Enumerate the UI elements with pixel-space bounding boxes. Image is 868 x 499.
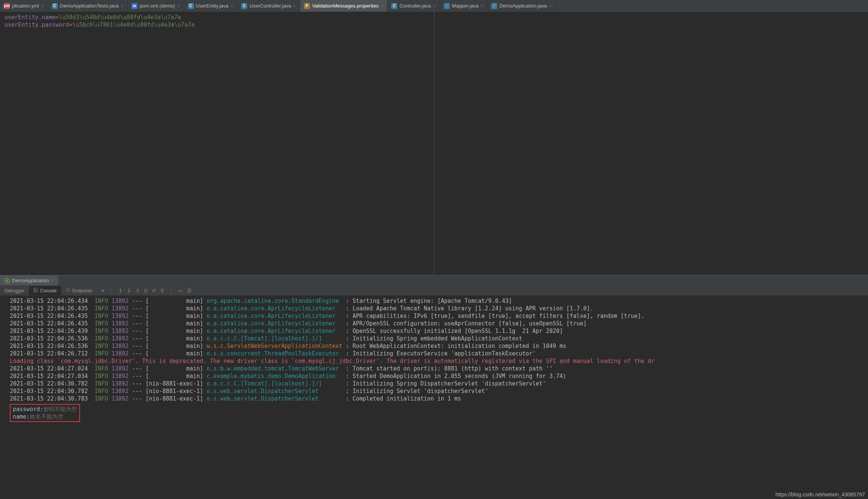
equals-sign: = xyxy=(69,21,73,28)
tab-label: DemoApplicationTests.java xyxy=(60,3,119,9)
filter-icon[interactable]: ⚲ xyxy=(160,288,164,294)
prop-key: userEntity.name xyxy=(5,14,55,21)
file-tab[interactable]: CUserEntity.java× xyxy=(184,0,237,12)
file-type-icon: m xyxy=(132,3,138,9)
run-config-tabs: DemoApplication × xyxy=(0,275,868,286)
down-icon[interactable]: ↧ xyxy=(127,288,131,294)
divider xyxy=(111,288,112,294)
log-line: 2021-03-15 22:04:26.536 INFO 13892 --- [… xyxy=(10,335,866,342)
console-label: Console xyxy=(40,288,57,293)
file-tab[interactable]: ymlplication.yml× xyxy=(0,0,48,12)
up-icon[interactable]: ↥ xyxy=(118,288,122,294)
tab-label: Controller.java xyxy=(399,3,431,9)
log-line: 2021-03-15 22:04:26.712 INFO 13892 --- [… xyxy=(10,350,866,357)
editor-tabs-bar: ymlplication.yml×CDemoApplicationTests.j… xyxy=(0,0,868,12)
close-icon[interactable]: × xyxy=(231,3,233,9)
prop-value: \u5bc6\u7801\u4e0d\u80fd\u4e3a\u7a7a xyxy=(73,21,195,28)
file-tab[interactable]: PValidationMessages.properties× xyxy=(300,0,388,12)
run-tab-label: DemoApplication xyxy=(12,278,49,283)
editor-pane-right[interactable] xyxy=(434,12,868,275)
log-line: 2021-03-15 22:04:26.435 INFO 13892 --- [… xyxy=(10,305,866,312)
equals-sign: = xyxy=(55,14,59,21)
layout-icon[interactable]: ▭ xyxy=(178,288,183,294)
console-tab[interactable]: Console xyxy=(29,286,61,295)
log-line: 2021-03-15 22:04:26.536 INFO 13892 --- [… xyxy=(10,342,866,350)
watermark-text: https://blog.csdn.net/weixin_43085797 xyxy=(776,491,865,497)
prop-value: \u59d3\u540d\u4e0d\u80fd\u4e3a\u7a7a xyxy=(59,14,181,21)
log-line: 2021-03-15 22:04:26.435 INFO 13892 --- [… xyxy=(10,312,866,320)
endpoints-icon xyxy=(66,288,70,293)
file-type-icon: C xyxy=(241,3,247,9)
settings-icon[interactable]: ☰ xyxy=(187,288,192,294)
tab-label: Mapper.java xyxy=(452,3,479,9)
file-type-icon: C xyxy=(52,3,58,9)
console-toolbar: ≡ ↥ ↧ ⇪ ⎙ ↺ ⚲ ▭ ☰ xyxy=(97,288,196,294)
validation-output-box: password:密码不能为空name:姓名不能为空 xyxy=(10,404,80,422)
tab-label: ValidationMessages.properties xyxy=(312,3,379,9)
file-tab[interactable]: mpom.xml (demo)× xyxy=(128,0,184,12)
file-tab[interactable]: IMapper.java× xyxy=(440,0,488,12)
log-warning-line: Loading class `com.mysql.jdbc.Driver'. T… xyxy=(10,357,866,365)
file-type-icon: C xyxy=(491,3,497,9)
file-tab[interactable]: CUserController.java× xyxy=(237,0,300,12)
spring-run-icon xyxy=(5,278,10,283)
file-tab[interactable]: CDemoApplication.java× xyxy=(487,0,556,12)
file-type-icon: C xyxy=(188,3,194,9)
prop-key: userEntity.password xyxy=(5,21,69,28)
log-line: 2021-03-15 22:04:26.439 INFO 13892 --- [… xyxy=(10,327,866,335)
close-icon[interactable]: × xyxy=(177,3,180,9)
close-icon[interactable]: × xyxy=(51,278,54,283)
log-line: 2021-03-15 22:04:30.782 INFO 13892 --- [… xyxy=(10,387,866,395)
debugger-tab[interactable]: Debugger xyxy=(0,286,29,295)
close-icon[interactable]: × xyxy=(381,3,383,9)
file-type-icon: I xyxy=(444,3,450,9)
run-tab-demoapplication[interactable]: DemoApplication × xyxy=(0,275,58,286)
print-icon[interactable]: ⎙ xyxy=(144,288,147,294)
editor-split: userEntity.name=\u59d3\u540d\u4e0d\u80fd… xyxy=(0,12,868,275)
property-line-1: userEntity.name=\u59d3\u540d\u4e0d\u80fd… xyxy=(5,14,429,21)
file-tab[interactable]: CDemoApplicationTests.java× xyxy=(48,0,128,12)
log-output[interactable]: 2021-03-15 22:04:26.434 INFO 13892 --- [… xyxy=(0,296,868,499)
toggle-soft-wrap-icon[interactable]: ≡ xyxy=(101,288,104,294)
log-line: 2021-03-15 22:04:26.435 INFO 13892 --- [… xyxy=(10,320,866,327)
debugger-label: Debugger xyxy=(5,288,24,293)
console-icon xyxy=(33,288,38,293)
log-line: 2021-03-15 22:04:26.434 INFO 13892 --- [… xyxy=(10,297,866,305)
export-icon[interactable]: ⇪ xyxy=(136,288,140,294)
console-tool-tabs: Debugger Console Endpoints ≡ ↥ ↧ ⇪ ⎙ ↺ ⚲… xyxy=(0,286,868,296)
file-tab[interactable]: CController.java× xyxy=(387,0,440,12)
close-icon[interactable]: × xyxy=(481,3,483,9)
editor-pane-left[interactable]: userEntity.name=\u59d3\u540d\u4e0d\u80fd… xyxy=(0,12,434,275)
console-panel: DemoApplication × Debugger Console Endpo… xyxy=(0,275,868,499)
close-icon[interactable]: × xyxy=(549,3,552,9)
tab-label: UserEntity.java xyxy=(196,3,228,9)
tab-label: DemoApplication.java xyxy=(499,3,547,9)
close-icon[interactable]: × xyxy=(433,3,436,9)
log-line: 2021-03-15 22:04:27.024 INFO 13892 --- [… xyxy=(10,365,866,372)
scroll-icon[interactable]: ↺ xyxy=(152,288,156,294)
endpoints-tab[interactable]: Endpoints xyxy=(61,286,97,295)
divider xyxy=(171,288,171,294)
svg-rect-1 xyxy=(33,288,38,292)
file-type-icon: P xyxy=(304,3,310,9)
file-type-icon: C xyxy=(391,3,397,9)
log-line: 2021-03-15 22:04:27.034 INFO 13892 --- [… xyxy=(10,372,866,380)
log-line: 2021-03-15 22:04:30.782 INFO 13892 --- [… xyxy=(10,380,866,387)
close-icon[interactable]: × xyxy=(41,3,44,9)
tab-label: plication.yml xyxy=(12,3,39,9)
tab-label: UserController.java xyxy=(250,3,291,9)
tab-label: pom.xml (demo) xyxy=(140,3,175,9)
close-icon[interactable]: × xyxy=(121,3,124,9)
close-icon[interactable]: × xyxy=(293,3,296,9)
log-line: 2021-03-15 22:04:30.783 INFO 13892 --- [… xyxy=(10,395,866,402)
property-line-2: userEntity.password=\u5bc6\u7801\u4e0d\u… xyxy=(5,21,429,29)
endpoints-label: Endpoints xyxy=(73,288,92,293)
file-type-icon: yml xyxy=(4,3,10,9)
